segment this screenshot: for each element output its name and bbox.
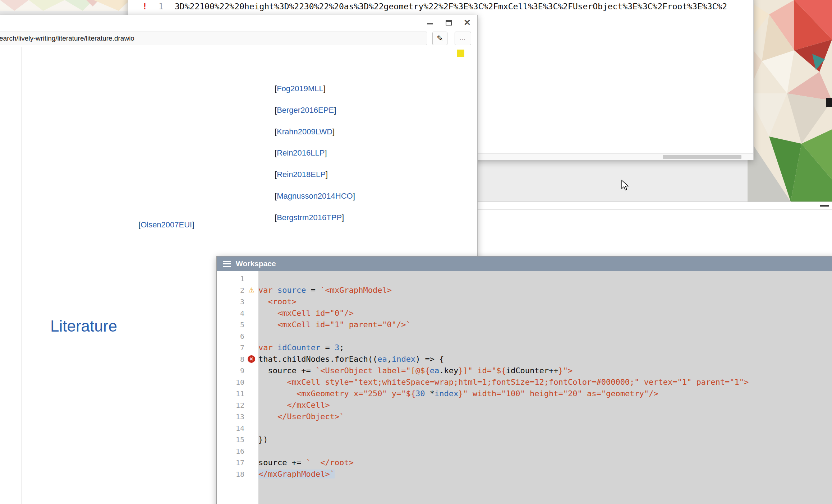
code-line[interactable]: 6 xyxy=(217,330,832,342)
gutter-line-number: 1 xyxy=(217,273,244,285)
code-text[interactable]: <mxCell id="0"/> xyxy=(258,308,832,319)
background-editor-line[interactable]: ! 1 3D%22100%22%20height%3D%2230%22%20as… xyxy=(128,1,753,12)
citation-link[interactable]: [Bergstrm2016TPP] xyxy=(275,213,344,222)
citation-link[interactable]: [Fog2019MLL] xyxy=(275,84,326,93)
gutter-line-number: 16 xyxy=(217,445,244,457)
code-text[interactable]: var idCounter = 3; xyxy=(258,342,832,353)
desktop-background-pattern-right xyxy=(748,0,832,202)
code-text[interactable]: source += ` </root> xyxy=(258,457,832,468)
gutter-line-number: 18 xyxy=(217,468,244,480)
code-line[interactable]: 17source += ` </root> xyxy=(217,457,832,468)
code-line[interactable]: 7var idCounter = 3; xyxy=(217,342,832,353)
code-line[interactable]: 14 xyxy=(217,422,832,434)
code-line[interactable]: 12 </mxCell> xyxy=(217,399,832,411)
gutter-spacer xyxy=(244,468,258,480)
code-text[interactable]: var source = `<mxGraphModel> xyxy=(258,285,832,296)
gutter-spacer xyxy=(244,411,258,422)
gutter-spacer xyxy=(244,399,258,411)
error-icon: ✕ xyxy=(248,355,255,363)
code-text[interactable]: <mxCell id="1" parent="0"/>` xyxy=(258,319,832,330)
gutter-line-number: 11 xyxy=(217,388,244,399)
gutter-line-number: 4 xyxy=(217,308,244,319)
gutter-spacer xyxy=(244,388,258,399)
code-text[interactable]: <root> xyxy=(258,296,832,308)
yellow-marker xyxy=(457,50,464,57)
gutter-spacer xyxy=(244,365,258,376)
citation-link[interactable]: [Rein2016LLP] xyxy=(275,148,327,158)
citation-link[interactable]: [Olsen2007EUI] xyxy=(138,220,194,230)
maximize-icon xyxy=(446,20,452,26)
gutter-spacer xyxy=(244,308,258,319)
workspace-window: Workspace 12⚠var source = `<mxGraphModel… xyxy=(216,256,832,504)
lint-error-icon: ! xyxy=(142,1,158,12)
code-text[interactable]: </UserObject>` xyxy=(258,411,832,422)
citation-link[interactable]: [Magnusson2014HCO] xyxy=(275,191,355,201)
code-text[interactable] xyxy=(258,330,832,342)
code-line[interactable]: 9 source += `<UserObject label="[@${ea.k… xyxy=(217,365,832,376)
gutter-spacer xyxy=(244,273,258,285)
citation-link[interactable]: [Berger2016EPE] xyxy=(275,106,336,115)
right-edge-scrollbar-thumb[interactable] xyxy=(826,98,832,107)
code-line[interactable]: 4 <mxCell id="0"/> xyxy=(217,308,832,319)
maximize-button[interactable] xyxy=(443,18,454,28)
gutter-spacer xyxy=(244,457,258,468)
code-line[interactable]: 11 <mxGeometry x="250" y="${30 *index}" … xyxy=(217,388,832,399)
gutter-line-number: 8 xyxy=(217,353,244,365)
gutter-line-number: 15 xyxy=(217,434,244,445)
code-text[interactable] xyxy=(258,273,832,285)
gutter-line-number: 14 xyxy=(217,422,244,434)
code-text[interactable] xyxy=(258,422,832,434)
workspace-titlebar[interactable]: Workspace xyxy=(217,256,832,271)
desktop-background-pattern-left xyxy=(0,0,130,11)
code-line[interactable]: 1 xyxy=(217,273,832,285)
code-text[interactable]: <mxGeometry x="250" y="${30 *index}" wid… xyxy=(258,388,832,399)
close-button[interactable]: ✕ xyxy=(462,18,472,28)
gutter-spacer xyxy=(244,445,258,457)
screen: ! 1 3D%22100%22%20height%3D%2230%22%20as… xyxy=(0,0,832,504)
workspace-title: Workspace xyxy=(236,259,276,268)
hamburger-menu-icon[interactable] xyxy=(223,261,231,267)
code-text[interactable]: }) xyxy=(258,434,832,445)
citation-link[interactable]: [Rein2018ELP] xyxy=(275,170,328,179)
edit-button[interactable]: ✎ xyxy=(432,32,447,45)
drawio-window-titlebar[interactable]: ✕ xyxy=(0,15,477,30)
code-text[interactable]: </mxGraphModel>` xyxy=(258,468,832,480)
more-options-button[interactable]: ... xyxy=(455,32,471,45)
scrollbar-thumb[interactable] xyxy=(663,155,741,159)
gutter-line-number: 3 xyxy=(217,296,244,308)
gutter-line-number: 13 xyxy=(217,411,244,422)
gutter-line-number: 6 xyxy=(217,330,244,342)
gutter-line-number: 17 xyxy=(217,457,244,468)
code-line[interactable]: 5 <mxCell id="1" parent="0"/>` xyxy=(217,319,832,330)
code-text[interactable]: <mxCell style="text;whiteSpace=wrap;html… xyxy=(258,376,832,388)
gutter-spacer xyxy=(244,434,258,445)
gutter-line-number: 9 xyxy=(217,365,244,376)
gutter-line-number: 10 xyxy=(217,376,244,388)
code-line[interactable]: 15}) xyxy=(217,434,832,445)
address-row: ✎ ... xyxy=(0,30,477,47)
code-text[interactable] xyxy=(258,445,832,457)
gutter-spacer xyxy=(244,319,258,330)
code-line[interactable]: 2⚠var source = `<mxGraphModel> xyxy=(217,285,832,296)
gutter-line-number: 1 xyxy=(158,1,175,12)
diagram-title: Literature xyxy=(50,317,117,335)
mouse-cursor xyxy=(621,180,631,191)
workspace-editor[interactable]: 12⚠var source = `<mxGraphModel>3 <root>4… xyxy=(217,271,832,504)
minimize-icon xyxy=(427,23,433,24)
code-text[interactable]: that.childNodes.forEach((ea,index) => { xyxy=(258,353,832,365)
encoded-xml-code-line[interactable]: 3D%22100%22%20height%3D%2230%22%20as%3D%… xyxy=(175,1,753,12)
gutter-line-number: 5 xyxy=(217,319,244,330)
citation-link[interactable]: [Krahn2009LWD] xyxy=(275,127,335,137)
code-line[interactable]: 10 <mxCell style="text;whiteSpace=wrap;h… xyxy=(217,376,832,388)
code-line[interactable]: 3 <root> xyxy=(217,296,832,308)
code-line[interactable]: 16 xyxy=(217,445,832,457)
address-bar-input[interactable] xyxy=(0,32,427,45)
content-left-border xyxy=(22,47,22,504)
code-text[interactable]: </mxCell> xyxy=(258,399,832,411)
code-line[interactable]: 8✕that.childNodes.forEach((ea,index) => … xyxy=(217,353,832,365)
minimize-button[interactable] xyxy=(425,18,435,28)
code-line[interactable]: 13 </UserObject>` xyxy=(217,411,832,422)
code-line[interactable]: 18</mxGraphModel>` xyxy=(217,468,832,480)
gutter-spacer xyxy=(244,330,258,342)
code-text[interactable]: source += `<UserObject label="[@${ea.key… xyxy=(258,365,832,376)
